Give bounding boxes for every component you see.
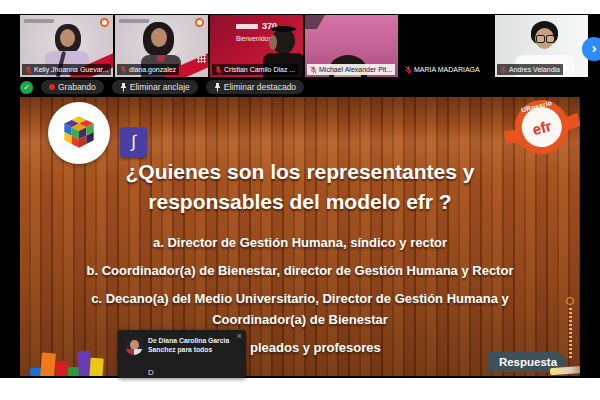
record-dot-icon	[49, 84, 55, 90]
question-title-line1: ¿Quienes son los representantes y	[20, 157, 580, 187]
rosario-logo	[236, 24, 258, 29]
pin-icon	[120, 83, 127, 92]
answer-block-yellow	[89, 358, 103, 376]
cube-logo	[48, 102, 110, 164]
answer-option-a: a. Director de Gestión Humana, síndico y…	[20, 235, 580, 251]
answer-option-d-partial: pleados y profesores	[250, 340, 381, 356]
pencil-watermark	[550, 366, 580, 375]
mic-muted-icon	[215, 66, 222, 74]
meeting-toolbar: ✓ Grabando Eliminar anclaje Eliminar des…	[0, 78, 600, 96]
chat-sender-label: De Diana Carolina Garcia Sanchez para to…	[148, 337, 229, 354]
participant-filmstrip: ⋯ Kelly Jhoanna Guevar... diana.gonzalez	[0, 14, 600, 78]
glasses	[536, 35, 545, 43]
participant-tile-kelly[interactable]: ⋯ Kelly Jhoanna Guevar...	[20, 15, 113, 77]
security-shield-icon[interactable]: ✓	[20, 81, 33, 94]
question-title-line2: responsables del modelo efr ?	[20, 187, 580, 217]
squiggle-logo: ∫	[120, 127, 147, 157]
vertical-watermark	[565, 297, 575, 363]
efr-certification-badge: efr URosario	[498, 97, 580, 165]
efr-badge-icon	[195, 18, 204, 27]
zoom-meeting-window: ⋯ Kelly Jhoanna Guevar... diana.gonzalez	[0, 0, 600, 400]
cube-logo-icon	[58, 112, 100, 154]
answer-option-c-line1: c. Decano(a) del Medio Universitario, Di…	[20, 291, 580, 307]
answer-block-orange	[40, 353, 56, 376]
participant-tile-cristian[interactable]: 370 Bienvenidos Rosar Cristian Camilo Di…	[210, 15, 303, 77]
remove-spotlight-button[interactable]: Eliminar destacado	[206, 80, 304, 94]
recording-indicator[interactable]: Grabando	[41, 80, 104, 94]
mic-muted-icon	[310, 66, 317, 74]
participant-tile-diana[interactable]: diana.gonzalez	[115, 15, 208, 77]
screen-share-stage: ∫ efr URosario ¿Quienes son los represen…	[0, 96, 600, 378]
answer-option-b: b. Coordinador(a) de Bienestar, director…	[20, 263, 580, 279]
participant-name-label: diana.gonzalez	[117, 64, 179, 75]
participant-name-label: Andres Velandia	[497, 64, 563, 75]
participant-tile-michael[interactable]: Michael Alexander Pit...	[305, 15, 398, 77]
participant-name-label: Michael Alexander Pit...	[307, 64, 395, 75]
room-corner	[305, 15, 325, 29]
answer-option-c-line2: Coordinador(a) de Bienestar	[20, 312, 580, 328]
mic-muted-icon	[120, 66, 127, 74]
watermark-badge-icon	[566, 297, 574, 305]
meeting-content-area: ⋯ Kelly Jhoanna Guevar... diana.gonzalez	[0, 14, 600, 378]
gallery-dots-icon	[197, 54, 206, 63]
participant-tile-maria[interactable]: MARIA MADARIAGA	[400, 15, 493, 77]
close-icon[interactable]: ×	[237, 331, 242, 341]
participant-name-label: Cristian Camilo Diaz ...	[212, 64, 298, 75]
mic-muted-icon	[25, 66, 32, 74]
pin-icon	[214, 83, 221, 92]
efr-badge-icon	[100, 18, 109, 27]
virtual-bg-logo	[24, 19, 54, 23]
chat-notification-popup[interactable]: De Diana Carolina Garcia Sanchez para to…	[118, 330, 246, 378]
chat-message-preview: D	[148, 368, 154, 377]
participant-tile-andres[interactable]: Andres Velandia	[495, 15, 588, 77]
mic-muted-icon	[500, 66, 507, 74]
headphones	[271, 26, 296, 32]
participant-name-label: Kelly Jhoanna Guevar...	[22, 64, 111, 75]
remove-pin-button[interactable]: Eliminar anclaje	[112, 80, 198, 94]
mic-muted-icon	[405, 66, 412, 74]
avatar	[125, 337, 143, 355]
participant-name-label: MARIA MADARIAGA	[402, 64, 483, 75]
answer-block-red	[55, 361, 68, 376]
quiz-slide: ∫ efr URosario ¿Quienes son los represen…	[20, 97, 580, 376]
next-participants-button[interactable]: ›	[582, 37, 600, 61]
